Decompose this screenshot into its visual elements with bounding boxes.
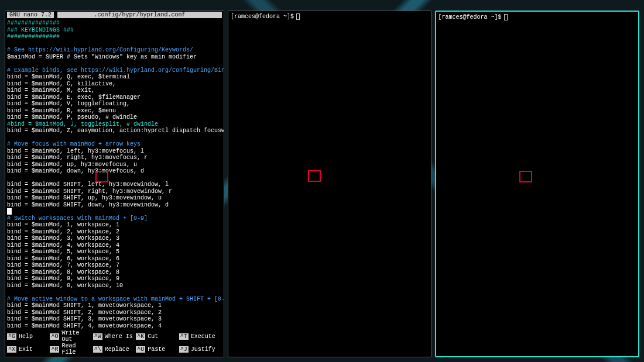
editor-line: bind = $mainMod SHIFT, 1, movetoworkspac…	[7, 302, 222, 309]
editor-line: bind = $mainMod, 7, workspace, 7	[7, 262, 222, 269]
shortcut-label: Justify	[191, 346, 215, 353]
editor-line: # Move active window to a workspace with…	[7, 296, 222, 303]
shortcut-key: ^G	[7, 333, 16, 340]
nano-shortcut[interactable]: ^UPaste	[136, 343, 179, 356]
editor-line	[7, 289, 222, 296]
editor-line: bind = $mainMod, 5, workspace, 5	[7, 249, 222, 256]
shortcut-key: ^R	[50, 346, 59, 353]
editor-line: bind = $mainMod SHIFT, 4, movetoworkspac…	[7, 323, 222, 330]
cursor-icon	[504, 14, 508, 20]
shortcut-key: ^\	[93, 346, 102, 353]
editor-line: bind = $mainMod, 9, workspace, 9	[7, 275, 222, 282]
nano-footer: ^GHelp^OWrite Out^WWhere Is^KCut^TExecut…	[5, 329, 224, 357]
annotation-d: d	[519, 171, 532, 182]
shortcut-key: ^T	[179, 333, 189, 340]
editor-line: # See https://wiki.hyprland.org/Configur…	[7, 47, 222, 54]
nano-filepath: .config/hypr/hyprland.conf	[57, 12, 222, 18]
terminal-2-prompt: [ramces@fedora ~]$	[228, 11, 430, 22]
shortcut-key: ^O	[50, 333, 59, 340]
editor-line: bind = $mainMod, C, killactive,	[7, 81, 222, 88]
nano-shortcut[interactable]: ^XExit	[7, 343, 50, 356]
nano-shortcut[interactable]: ^WWhere Is	[93, 330, 136, 343]
nano-shortcut[interactable]: ^TExecute	[179, 330, 222, 343]
shortcut-key: ^X	[7, 346, 16, 353]
nano-editor-body[interactable]: ################## KEYBINDINGS #########…	[5, 19, 224, 342]
editor-line: bind = $mainMod, 0, workspace, 10	[7, 282, 222, 289]
prompt-text: [ramces@fedora ~]$	[439, 14, 502, 20]
prompt-text: [ramces@fedora ~]$	[231, 13, 294, 20]
nano-shortcut[interactable]: ^JJustify	[179, 343, 222, 356]
nano-shortcut[interactable]: ^KCut	[136, 330, 179, 343]
shortcut-label: Replace	[105, 346, 129, 353]
editor-line: bind = $mainMod, left, hy3:movefocus, l	[7, 148, 222, 155]
editor-line: bind = $mainMod, right, hy3:movefocus, r	[7, 154, 222, 161]
editor-line: ###############	[7, 20, 222, 27]
shortcut-label: Execute	[191, 333, 215, 340]
annotation-b: b	[95, 171, 108, 182]
editor-line: bind = $mainMod, E, exec, $fileManager	[7, 94, 222, 101]
shortcut-key: ^K	[136, 333, 145, 340]
terminal-nano[interactable]: nano .config/hypr/hyprland.conf GNU nano…	[5, 11, 224, 357]
editor-line: bind = $mainMod, 8, workspace, 8	[7, 269, 222, 276]
editor-line: bind = $mainMod, 2, workspace, 2	[7, 229, 222, 236]
editor-line: bind = $mainMod, R, exec, $menu	[7, 108, 222, 115]
editor-line: bind = $mainMod SHIFT, right, hy3:movewi…	[7, 188, 222, 195]
editor-line: bind = $mainMod SHIFT, 3, movetoworkspac…	[7, 316, 222, 323]
editor-line	[7, 60, 222, 67]
shortcut-key: ^J	[179, 346, 189, 353]
editor-line: bind = $mainMod, 6, workspace, 6	[7, 256, 222, 263]
editor-line: bind = $mainMod, 4, workspace, 4	[7, 242, 222, 249]
editor-line: bind = $mainMod SHIFT, left, hy3:movewin…	[7, 181, 222, 188]
editor-line	[7, 40, 222, 47]
nano-header: GNU nano 7.2 .config/hypr/hyprland.conf	[5, 11, 224, 19]
editor-line: $mainMod = SUPER # Sets "Windows" key as…	[7, 54, 222, 61]
editor-line: bind = $mainMod, down, hy3:movefocus, d	[7, 168, 222, 175]
terminal-3-prompt: [ramces@fedora ~]$	[436, 12, 638, 23]
editor-line: bind = $mainMod, Q, exec, $terminal	[7, 74, 222, 81]
shortcut-label: Cut	[148, 333, 158, 340]
shortcut-label: Read File	[61, 343, 93, 356]
nano-version: GNU nano 7.2	[7, 12, 54, 18]
shortcut-label: Where Is	[105, 333, 133, 340]
nano-shortcut[interactable]: ^\Replace	[93, 343, 136, 356]
editor-line: bind = $mainMod, P, pseudo, # dwindle	[7, 114, 222, 121]
editor-line: bind = $mainMod, Z, easymotion, action:h…	[7, 127, 222, 135]
editor-line: bind = $mainMod, M, exit,	[7, 87, 222, 94]
shortcut-key: ^U	[136, 346, 145, 353]
editor-line: # Switch workspaces with mainMod + [0-9]	[7, 215, 222, 222]
editor-line: bind = $mainMod SHIFT, 2, movetoworkspac…	[7, 309, 222, 316]
annotation-c: c	[308, 170, 321, 182]
editor-line: # Move focus with mainMod + arrow keys	[7, 141, 222, 148]
editor-line: ###############	[7, 33, 222, 40]
shortcut-key: ^W	[93, 333, 102, 340]
shortcut-label: Paste	[148, 346, 165, 353]
editor-line: bind = $mainMod, V, togglefloating,	[7, 101, 222, 108]
cursor-icon	[296, 13, 300, 20]
editor-line: bind = $mainMod SHIFT, up, hy3:movewindo…	[7, 195, 222, 202]
editor-line: #bind = $mainMod, J, togglesplit, # dwin…	[7, 121, 222, 128]
editor-line: bind = $mainMod, 3, workspace, 3	[7, 235, 222, 242]
terminal-3[interactable]: [ramces@fedora ~]$	[435, 11, 639, 357]
nano-shortcut[interactable]: ^RRead File	[50, 343, 93, 356]
terminal-2[interactable]: [ramces@fedora ~]$	[228, 11, 431, 357]
shortcut-label: Write Out	[61, 330, 93, 343]
shortcut-label: Exit	[19, 346, 33, 353]
editor-line: bind = $mainMod, up, hy3:movefocus, u	[7, 161, 222, 168]
editor-line	[7, 175, 222, 182]
editor-line: bind = $mainMod SHIFT, down, hy3:movewin…	[7, 202, 222, 209]
editor-line	[7, 135, 222, 142]
nano-shortcut[interactable]: ^OWrite Out	[50, 330, 93, 343]
editor-line: # Example binds, see https://wiki.hyprla…	[7, 67, 222, 74]
nano-shortcut[interactable]: ^GHelp	[7, 330, 50, 343]
editor-line	[7, 208, 222, 215]
shortcut-label: Help	[19, 333, 33, 340]
editor-line: ### KEYBINDINGS ###	[7, 27, 222, 34]
editor-line: bind = $mainMod, 1, workspace, 1	[7, 222, 222, 229]
